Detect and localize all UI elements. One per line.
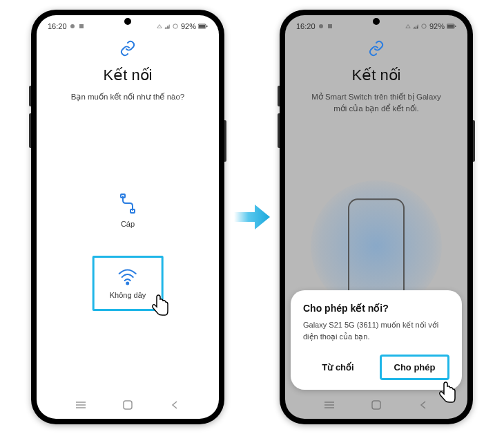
phone-frame-right: 16:20 92% — [280, 10, 473, 424]
camera-notch — [124, 18, 131, 25]
nav-recent[interactable] — [74, 398, 88, 412]
battery-icon — [198, 23, 208, 29]
status-right-icons — [405, 23, 427, 29]
option-cable-label: Cáp — [121, 220, 135, 228]
nav-home[interactable] — [121, 398, 135, 412]
svg-rect-4 — [199, 25, 205, 28]
link-icon — [119, 40, 136, 57]
svg-point-0 — [70, 24, 75, 28]
tutorial-container: 16:20 92% — [0, 0, 504, 434]
svg-rect-12 — [124, 401, 132, 409]
status-battery: 92% — [429, 22, 445, 30]
svg-rect-5 — [206, 26, 208, 27]
svg-rect-1 — [79, 24, 84, 28]
screen2-title: Kết nối — [299, 66, 454, 84]
option-cable[interactable]: Cáp — [102, 184, 153, 238]
status-time: 16:20 — [48, 22, 67, 30]
dialog-title: Cho phép kết nối? — [303, 303, 449, 314]
nav-recent[interactable] — [322, 398, 336, 412]
allow-button[interactable]: Cho phép — [380, 355, 449, 380]
svg-rect-18 — [455, 26, 456, 27]
svg-point-15 — [422, 24, 426, 28]
cursor-pointer-icon — [150, 294, 169, 314]
arrow-right-icon — [233, 198, 271, 236]
svg-point-13 — [319, 24, 323, 28]
camera-notch — [373, 18, 380, 25]
status-right-icons — [157, 23, 179, 29]
option-wireless-label: Không dây — [110, 291, 146, 299]
svg-rect-22 — [372, 401, 380, 409]
link-icon — [368, 40, 385, 57]
wifi-icon — [117, 267, 138, 285]
status-time: 16:20 — [296, 22, 316, 30]
svg-rect-14 — [328, 24, 332, 28]
svg-point-8 — [126, 283, 128, 285]
nav-bar — [37, 391, 219, 419]
deny-button[interactable]: Từ chối — [303, 355, 373, 380]
nav-home[interactable] — [369, 398, 383, 412]
nav-back[interactable] — [168, 398, 182, 412]
screen1-content: Kết nối Bạn muốn kết nối như thế nào? Cá… — [37, 33, 219, 381]
status-left-icons — [69, 23, 85, 30]
screen1-subtitle: Bạn muốn kết nối như thế nào? — [50, 91, 205, 103]
status-battery: 92% — [181, 22, 196, 30]
screen2-subtitle: Mở Smart Switch trên thiết bị Galaxy mới… — [299, 91, 454, 115]
svg-rect-7 — [130, 209, 135, 213]
phone-frame-left: 16:20 92% — [31, 10, 224, 424]
screen1-title: Kết nối — [50, 66, 205, 84]
svg-rect-17 — [447, 25, 454, 28]
dialog-body: Galaxy S21 5G (3611) muốn kết nối với đi… — [303, 319, 449, 342]
nav-back[interactable] — [416, 398, 430, 412]
permission-dialog: Cho phép kết nối? Galaxy S21 5G (3611) m… — [291, 290, 462, 390]
cable-icon — [117, 194, 138, 214]
cursor-pointer-icon — [437, 381, 456, 401]
battery-icon — [447, 23, 456, 29]
svg-point-2 — [173, 24, 177, 28]
status-left-icons — [318, 23, 333, 30]
